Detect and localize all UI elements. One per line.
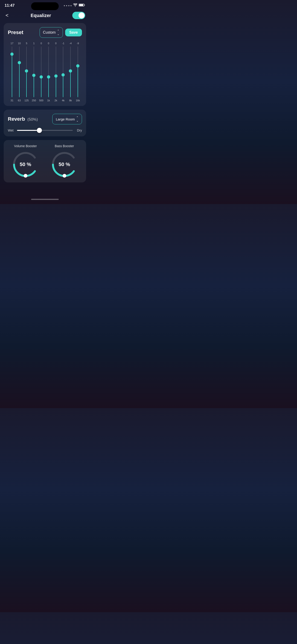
preset-dropdown-label: Custom (43, 30, 56, 34)
eq-track-1k (48, 46, 49, 97)
eq-thumb-8k[interactable] (69, 69, 72, 72)
preset-label: Preset (8, 30, 23, 36)
eq-thumb-63[interactable] (18, 61, 21, 64)
eq-value-4k: -1 (62, 42, 64, 45)
eq-freq-63: 63 (18, 99, 21, 102)
eq-thumb-500[interactable] (40, 75, 43, 78)
home-indicator (31, 199, 59, 200)
preset-dropdown-arrow: ⌃⌄ (57, 29, 60, 36)
eq-band-16k[interactable]: -9 16k (74, 42, 81, 102)
eq-band-8k[interactable]: -4 8k (67, 42, 74, 102)
svg-point-8 (62, 174, 66, 178)
eq-band-500[interactable]: 0 500 (38, 42, 44, 102)
reverb-slider-row: Wet Dry (8, 128, 82, 132)
eq-freq-16k: 16k (76, 99, 80, 102)
eq-thumb-125[interactable] (25, 69, 28, 72)
eq-track-250 (34, 46, 34, 97)
home-indicator-bar (0, 196, 90, 204)
equalizer-toggle[interactable] (72, 12, 85, 19)
eq-card: Preset Custom ⌃⌄ Save 17 31 10 63 5 (4, 23, 86, 106)
reverb-title: Reverb (8, 116, 25, 122)
eq-band-63[interactable]: 10 63 (16, 42, 22, 102)
eq-value-31: 17 (10, 42, 13, 45)
save-button[interactable]: Save (65, 28, 82, 36)
eq-track-31 (12, 46, 12, 97)
eq-freq-500: 500 (39, 99, 43, 102)
eq-value-500: 0 (40, 42, 42, 45)
eq-track-63 (19, 46, 20, 97)
reverb-title-group: Reverb (50%) (8, 116, 38, 122)
eq-track-125 (26, 46, 27, 97)
dry-label: Dry (76, 128, 82, 132)
reverb-slider[interactable] (17, 130, 73, 131)
eq-track-2k (56, 46, 56, 97)
volume-booster-knob[interactable]: 50 % (12, 151, 39, 178)
eq-thumb-2k[interactable] (54, 74, 58, 78)
eq-value-16k: -9 (77, 42, 79, 45)
eq-fill-1k (48, 77, 49, 97)
svg-point-5 (24, 174, 28, 178)
volume-booster-item: Volume Booster 50 % (8, 144, 43, 178)
bass-booster-item: Bass Booster 50 % (47, 144, 82, 178)
status-time: 11:47 (4, 3, 14, 8)
reverb-dropdown[interactable]: Large Room ⌃⌄ (52, 114, 82, 124)
battery-icon (79, 4, 85, 8)
reverb-dropdown-label: Large Room (56, 117, 75, 121)
eq-freq-2k: 2k (54, 99, 57, 102)
svg-rect-2 (84, 4, 85, 6)
eq-band-31[interactable]: 17 31 (9, 42, 15, 102)
eq-freq-125: 125 (24, 99, 28, 102)
eq-value-125: 5 (26, 42, 27, 45)
bass-booster-title: Bass Booster (55, 144, 74, 148)
volume-booster-value: 50 % (20, 162, 31, 168)
eq-band-4k[interactable]: -1 4k (60, 42, 66, 102)
back-button[interactable]: < (4, 12, 10, 19)
eq-fill-16k (78, 66, 78, 97)
svg-rect-1 (79, 4, 83, 6)
eq-band-2k[interactable]: 0 2k (53, 42, 59, 102)
eq-thumb-250[interactable] (32, 74, 36, 77)
eq-fill-500 (41, 77, 42, 97)
preset-controls: Custom ⌃⌄ Save (40, 27, 82, 38)
eq-freq-250: 250 (32, 99, 36, 102)
eq-fill-125 (26, 71, 27, 97)
status-bar: 11:47 ● ● ● ● (0, 0, 90, 10)
eq-freq-4k: 4k (62, 99, 65, 102)
eq-band-250[interactable]: 1 250 (30, 42, 37, 102)
eq-freq-31: 31 (10, 99, 13, 102)
volume-booster-title: Volume Booster (14, 144, 37, 148)
page-title: Equalizer (30, 13, 51, 18)
signal-icon: ● ● ● ● (64, 4, 72, 7)
eq-fill-31 (12, 54, 12, 97)
bass-booster-knob[interactable]: 50 % (51, 151, 78, 178)
reverb-percentage: (50%) (28, 117, 38, 122)
eq-thumb-31[interactable] (10, 52, 14, 56)
toggle-knob (78, 12, 84, 18)
header: < Equalizer (0, 10, 90, 23)
eq-band-1k[interactable]: 0 1k (45, 42, 52, 102)
eq-bands: 17 31 10 63 5 125 1 (8, 42, 82, 102)
eq-fill-8k (70, 71, 71, 97)
eq-fill-2k (56, 76, 56, 97)
eq-freq-8k: 8k (69, 99, 72, 102)
eq-thumb-4k[interactable] (62, 73, 65, 76)
wifi-icon (73, 4, 77, 8)
preset-dropdown[interactable]: Custom ⌃⌄ (40, 27, 63, 38)
reverb-slider-thumb[interactable] (37, 128, 42, 133)
eq-value-2k: 0 (55, 42, 57, 45)
booster-card: Volume Booster 50 % Bass Booster 50 % (4, 140, 86, 182)
status-notch (31, 2, 59, 10)
eq-track-500 (41, 46, 42, 97)
eq-band-125[interactable]: 5 125 (24, 42, 30, 102)
eq-value-8k: -4 (69, 42, 72, 45)
eq-thumb-1k[interactable] (47, 75, 50, 78)
reverb-slider-fill (17, 130, 39, 131)
eq-thumb-16k[interactable] (76, 64, 80, 68)
wet-label: Wet (8, 128, 14, 132)
eq-track-8k (70, 46, 71, 97)
eq-freq-1k: 1k (47, 99, 50, 102)
preset-row: Preset Custom ⌃⌄ Save (8, 27, 82, 38)
reverb-top: Reverb (50%) Large Room ⌃⌄ (8, 114, 82, 124)
eq-track-4k (63, 46, 63, 97)
eq-fill-63 (19, 63, 20, 97)
